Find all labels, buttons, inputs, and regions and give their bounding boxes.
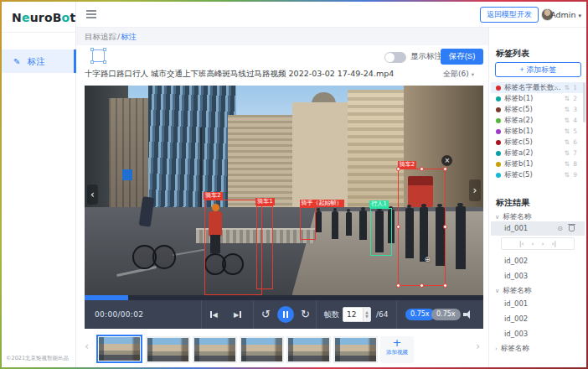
- speed-pill-active[interactable]: 0.75x: [405, 309, 435, 320]
- sidebar-item-annotate[interactable]: ✎ 标注: [2, 49, 76, 73]
- user-menu[interactable]: Admin ▾: [550, 10, 581, 19]
- strip-prev-chevron[interactable]: ‹: [85, 340, 89, 352]
- label-row[interactable]: 标签名字最长数... ✎ × ⇅ 1: [491, 82, 585, 93]
- sort-icon[interactable]: ⇅: [565, 126, 570, 137]
- back-to-model-dev-button[interactable]: 返回模型开发: [480, 7, 539, 23]
- resize-handle[interactable]: [396, 167, 400, 171]
- volume-icon[interactable]: [463, 310, 472, 319]
- result-item-selected[interactable]: id_001 ⊙: [491, 221, 585, 236]
- logo-part: N: [12, 11, 22, 24]
- video-thumbnail[interactable]: [193, 336, 237, 363]
- sidebar-item-label: 标注: [28, 56, 45, 66]
- annotation-box[interactable]: 骑车1: [256, 205, 273, 289]
- result-item[interactable]: id_002: [491, 313, 585, 325]
- plus-icon: +: [380, 336, 414, 350]
- label-row[interactable]: 标签b(1) ⇅ 2: [491, 93, 585, 104]
- result-item[interactable]: id_001: [491, 298, 585, 310]
- result-item[interactable]: id_003: [491, 328, 585, 340]
- label-row[interactable]: 标签c(5) ⇅ 6: [491, 137, 585, 148]
- resize-handle[interactable]: [443, 283, 447, 288]
- annotation-label: 骑车2: [398, 161, 416, 169]
- sort-icon[interactable]: ⇅: [565, 137, 570, 148]
- sort-icon[interactable]: ⇅: [565, 169, 570, 180]
- resize-handle[interactable]: [396, 283, 400, 288]
- pager-first-icon[interactable]: |‹: [519, 237, 524, 250]
- sort-icon[interactable]: ⇅: [565, 148, 570, 159]
- label-row[interactable]: 标签b(1) ⇅ 5: [491, 126, 585, 137]
- add-video-button[interactable]: + 添加视频: [380, 336, 414, 363]
- show-annotations-toggle[interactable]: [384, 52, 406, 63]
- video-canvas[interactable]: 骑车2 骑车1 骑手（起始帧） 行人1 骑车2 × ⊕ ‹ ›: [85, 86, 483, 295]
- strip-next-chevron[interactable]: ›: [476, 340, 480, 352]
- label-shortcut: 2: [573, 93, 577, 104]
- label-row[interactable]: 标签a(2) ⇅ 7: [491, 148, 585, 159]
- chevron-right-icon: ›: [495, 346, 498, 352]
- close-icon[interactable]: ×: [554, 82, 559, 93]
- pager-prev-icon[interactable]: ‹: [532, 237, 534, 250]
- annotation-label: 行人1: [369, 200, 388, 208]
- annotation-box[interactable]: 行人1: [370, 208, 393, 255]
- pause-button[interactable]: [277, 306, 294, 323]
- copyright-text: ©2021北京矩视智能出品: [6, 355, 69, 362]
- add-label-button[interactable]: + 添加标签: [495, 62, 581, 77]
- video-thumbnail[interactable]: [286, 336, 331, 363]
- breadcrumb: 目标追踪/标注: [76, 28, 488, 45]
- step-down-icon[interactable]: ▼: [365, 314, 368, 319]
- result-group-header-collapsed[interactable]: ›标签名称: [491, 342, 585, 356]
- sort-icon[interactable]: ⇅: [565, 93, 570, 104]
- video-thumbnail-selected[interactable]: [96, 335, 142, 363]
- label-row[interactable]: 标签b(1) ⇅ 8: [491, 159, 585, 169]
- speed-pill-inactive[interactable]: 0.75x: [431, 309, 461, 320]
- annotation-box[interactable]: 骑手（起始帧）: [300, 207, 316, 240]
- filter-dropdown[interactable]: 全部(6) ▾: [443, 69, 474, 80]
- label-shortcut: 1: [573, 82, 577, 93]
- pager-next-icon[interactable]: ›: [542, 237, 544, 250]
- label-row[interactable]: 标签a(2) ⇅ 4: [491, 115, 585, 126]
- label-name: 标签a(2): [504, 148, 533, 157]
- group-name: 标签名称: [501, 344, 529, 352]
- breadcrumb-section[interactable]: 目标追踪: [85, 32, 116, 41]
- save-button[interactable]: 保存(S): [441, 49, 483, 65]
- visibility-icon[interactable]: ⊙: [557, 221, 563, 236]
- sort-icon[interactable]: ⇅: [565, 104, 570, 115]
- label-row[interactable]: 标签c(5) ⇅ 3: [491, 104, 585, 115]
- resize-handle[interactable]: [420, 167, 424, 171]
- resize-handle[interactable]: [396, 225, 400, 229]
- label-name: 标签b(1): [504, 159, 533, 168]
- frame-stepper[interactable]: ▲▼: [363, 308, 370, 321]
- resize-handle[interactable]: [443, 225, 447, 229]
- sort-icon[interactable]: ⇅: [565, 82, 570, 93]
- result-item[interactable]: id_002: [491, 255, 585, 268]
- annotation-box[interactable]: 骑车2: [204, 200, 262, 295]
- video-thumbnail[interactable]: [333, 336, 378, 363]
- label-row[interactable]: 标签c(5) ⇅ 9: [491, 169, 585, 180]
- result-group-header[interactable]: ∨标签名称: [491, 284, 585, 298]
- collapse-menu-icon[interactable]: [86, 10, 96, 18]
- pager-last-icon[interactable]: ›|: [552, 237, 557, 250]
- sort-icon[interactable]: ⇅: [565, 159, 570, 169]
- frame-count-label: 帧数: [324, 300, 339, 329]
- trash-icon[interactable]: [569, 225, 575, 231]
- label-name: 标签名字最长数...: [504, 83, 561, 91]
- video-next-chevron[interactable]: ›: [469, 179, 481, 201]
- sort-icon[interactable]: ⇅: [565, 115, 570, 126]
- rewind-10-icon[interactable]: ↺: [261, 300, 271, 329]
- logo-part: e: [22, 11, 30, 24]
- result-item[interactable]: id_003: [491, 270, 585, 283]
- prev-frame-button[interactable]: ◀: [210, 300, 218, 329]
- next-frame-button[interactable]: ▶: [234, 300, 241, 329]
- prev-frame-icon: ◀: [213, 311, 218, 319]
- resize-handle[interactable]: [443, 167, 447, 171]
- breadcrumb-current[interactable]: 标注: [121, 32, 137, 41]
- forward-10-icon[interactable]: ↻: [301, 300, 310, 329]
- resize-handle[interactable]: [420, 283, 424, 288]
- video-thumbnail[interactable]: [146, 336, 190, 363]
- annotation-box-selected[interactable]: 骑车2 × ⊕: [398, 169, 446, 286]
- rect-select-tool-icon[interactable]: [92, 49, 105, 62]
- scrollbar[interactable]: [583, 82, 585, 122]
- group-name: 标签名称: [503, 286, 531, 294]
- video-thumbnail[interactable]: [240, 336, 284, 363]
- video-prev-chevron[interactable]: ‹: [87, 184, 98, 205]
- delete-annotation-button[interactable]: ×: [441, 155, 452, 166]
- edit-icon[interactable]: ✎: [546, 82, 551, 93]
